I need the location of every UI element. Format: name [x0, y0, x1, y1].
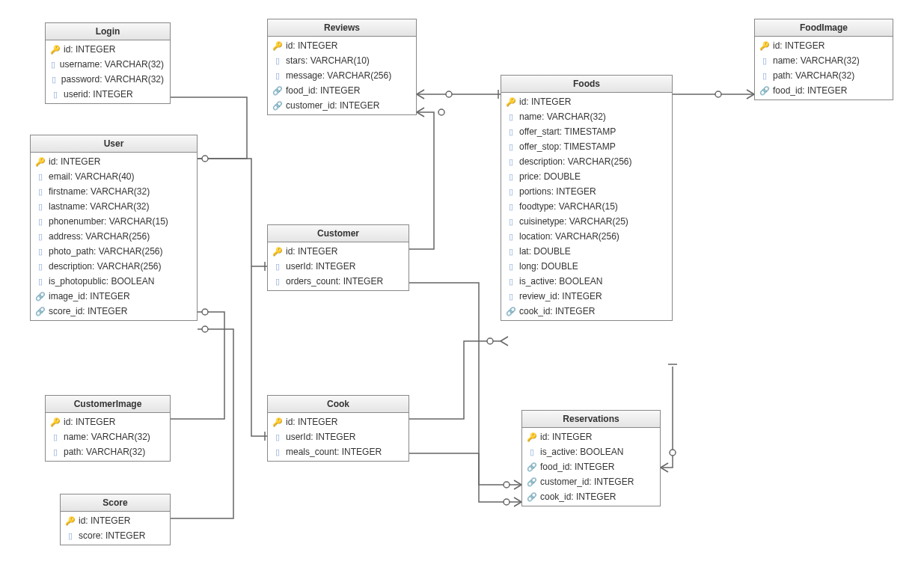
column-icon: ▯ — [506, 232, 516, 242]
field-text: meals_count: INTEGER — [286, 447, 382, 457]
field-text: username: VARCHAR(32) — [60, 59, 164, 70]
svg-point-10 — [446, 91, 452, 97]
entity-fields-reviews: 🔑id: INTEGER▯stars: VARCHAR(10)▯message:… — [268, 37, 416, 114]
field-row: 🔑id: INTEGER — [268, 414, 409, 429]
field-row: ▯review_id: INTEGER — [501, 289, 672, 304]
field-row: ▯firstname: VARCHAR(32) — [31, 184, 197, 199]
field-row: ▯portions: INTEGER — [501, 184, 672, 199]
field-text: photo_path: VARCHAR(256) — [49, 246, 163, 257]
column-icon: ▯ — [272, 262, 283, 272]
field-text: id: INTEGER — [49, 156, 100, 167]
field-text: price: DOUBLE — [519, 171, 581, 182]
field-row: ▯score: INTEGER — [61, 528, 170, 543]
field-text: name: VARCHAR(32) — [773, 55, 860, 66]
entity-cook: Cook 🔑id: INTEGER▯userId: INTEGER▯meals_… — [267, 395, 409, 462]
field-text: userId: INTEGER — [286, 432, 355, 442]
field-text: is_active: BOOLEAN — [519, 276, 602, 287]
column-icon: ▯ — [506, 127, 516, 137]
field-row: 🔑id: INTEGER — [501, 94, 672, 109]
entity-title: CustomerImage — [46, 396, 170, 413]
field-row: ▯email: VARCHAR(40) — [31, 169, 197, 184]
field-row: 🔑id: INTEGER — [268, 244, 409, 259]
column-icon: ▯ — [50, 75, 58, 85]
entity-fields-login: 🔑id: INTEGER▯username: VARCHAR(32)▯passw… — [46, 40, 170, 103]
field-text: id: INTEGER — [540, 432, 592, 442]
field-row: ▯userId: INTEGER — [268, 259, 409, 274]
field-text: id: INTEGER — [773, 40, 824, 51]
link-icon: 🔗 — [506, 307, 516, 316]
entity-fields-customerimage: 🔑id: INTEGER▯name: VARCHAR(32)▯path: VAR… — [46, 413, 170, 461]
link-icon: 🔗 — [272, 86, 283, 96]
field-text: path: VARCHAR(32) — [773, 70, 854, 81]
field-row: 🔑id: INTEGER — [31, 154, 197, 169]
column-icon: ▯ — [35, 187, 46, 197]
field-text: phonenumber: VARCHAR(15) — [49, 216, 168, 227]
svg-point-14 — [487, 338, 493, 344]
field-text: customer_id: INTEGER — [286, 100, 379, 111]
column-icon: ▯ — [65, 531, 76, 541]
field-text: lat: DOUBLE — [519, 246, 571, 257]
key-icon: 🔑 — [759, 41, 770, 51]
field-row: ▯is_active: BOOLEAN — [501, 274, 672, 289]
entity-title: User — [31, 135, 197, 153]
field-text: id: INTEGER — [286, 246, 337, 257]
field-row: ▯address: VARCHAR(256) — [31, 229, 197, 244]
key-icon: 🔑 — [35, 157, 46, 167]
entity-reservations: Reservations 🔑id: INTEGER▯is_active: BOO… — [521, 410, 661, 506]
field-row: ▯phonenumber: VARCHAR(15) — [31, 214, 197, 229]
key-icon: 🔑 — [272, 41, 283, 51]
field-row: ▯price: DOUBLE — [501, 169, 672, 184]
field-row: 🔗food_id: INTEGER — [268, 83, 416, 98]
field-text: id: INTEGER — [286, 417, 337, 427]
entity-foodimage: FoodImage 🔑id: INTEGER▯name: VARCHAR(32)… — [754, 19, 893, 100]
field-row: ▯description: VARCHAR(256) — [31, 259, 197, 274]
key-icon: 🔑 — [272, 417, 283, 427]
field-row: 🔑id: INTEGER — [268, 38, 416, 53]
entity-customer: Customer 🔑id: INTEGER▯userId: INTEGER▯or… — [267, 224, 409, 291]
field-text: id: INTEGER — [519, 97, 571, 107]
field-row: ▯offer_start: TIMESTAMP — [501, 124, 672, 139]
column-icon: ▯ — [50, 432, 61, 442]
field-row: ▯foodtype: VARCHAR(15) — [501, 199, 672, 214]
field-text: lastname: VARCHAR(32) — [49, 201, 149, 212]
key-icon: 🔑 — [506, 97, 516, 107]
entity-title: Cook — [268, 396, 409, 413]
column-icon: ▯ — [50, 90, 61, 99]
entity-fields-customer: 🔑id: INTEGER▯userId: INTEGER▯orders_coun… — [268, 242, 409, 290]
field-text: customer_id: INTEGER — [540, 477, 634, 487]
column-icon: ▯ — [35, 277, 46, 287]
field-text: offer_stop: TIMESTAMP — [519, 141, 616, 152]
column-icon: ▯ — [272, 56, 283, 66]
field-row: 🔑id: INTEGER — [755, 38, 893, 53]
field-row: 🔑id: INTEGER — [522, 429, 660, 444]
svg-point-9 — [438, 109, 444, 115]
field-row: ▯name: VARCHAR(32) — [755, 53, 893, 68]
field-text: food_id: INTEGER — [286, 85, 360, 96]
field-row: ▯userId: INTEGER — [268, 429, 409, 444]
link-icon: 🔗 — [272, 101, 283, 111]
field-text: stars: VARCHAR(10) — [286, 55, 370, 66]
field-text: id: INTEGER — [64, 44, 115, 55]
entity-title: FoodImage — [755, 19, 893, 37]
svg-point-13 — [715, 91, 721, 97]
field-row: 🔑id: INTEGER — [46, 42, 170, 57]
field-text: offer_start: TIMESTAMP — [519, 126, 616, 137]
field-row: 🔗food_id: INTEGER — [755, 83, 893, 98]
link-icon: 🔗 — [759, 86, 770, 96]
column-icon: ▯ — [272, 71, 283, 81]
field-row: 🔗cook_id: INTEGER — [522, 489, 660, 504]
field-text: userid: INTEGER — [64, 89, 133, 99]
column-icon: ▯ — [506, 262, 516, 272]
field-text: name: VARCHAR(32) — [519, 111, 606, 122]
column-icon: ▯ — [35, 247, 46, 257]
column-icon: ▯ — [35, 202, 46, 212]
field-row: ▯path: VARCHAR(32) — [755, 68, 893, 83]
entity-user: User 🔑id: INTEGER▯email: VARCHAR(40)▯fir… — [30, 135, 198, 321]
entity-fields-reservations: 🔑id: INTEGER▯is_active: BOOLEAN🔗food_id:… — [522, 428, 660, 506]
column-icon: ▯ — [506, 292, 516, 301]
svg-point-16 — [504, 499, 510, 505]
field-row: 🔗image_id: INTEGER — [31, 289, 197, 304]
column-icon: ▯ — [506, 112, 516, 122]
field-row: ▯is_photopublic: BOOLEAN — [31, 274, 197, 289]
link-icon: 🔗 — [35, 292, 46, 301]
